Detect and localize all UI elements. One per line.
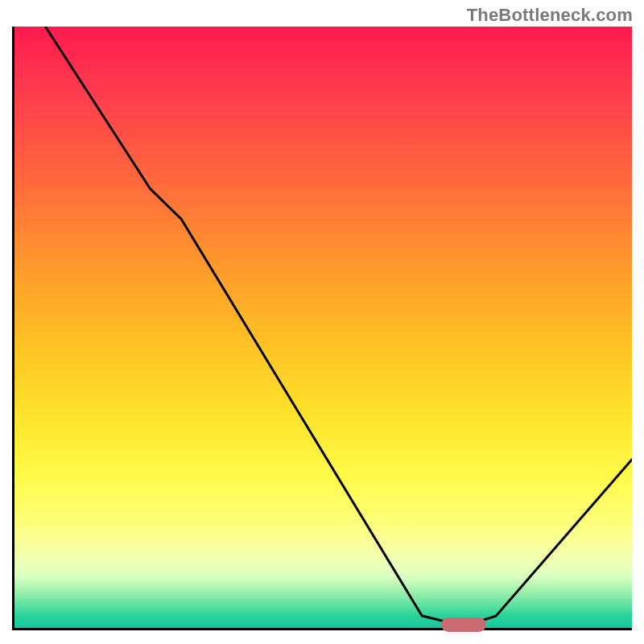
bottleneck-gradient-background [14, 27, 632, 628]
selected-configuration-marker [441, 617, 486, 632]
watermark-text: TheBottleneck.com [467, 5, 633, 26]
chart-container: TheBottleneck.com [0, 0, 644, 644]
plot-area [12, 27, 632, 630]
